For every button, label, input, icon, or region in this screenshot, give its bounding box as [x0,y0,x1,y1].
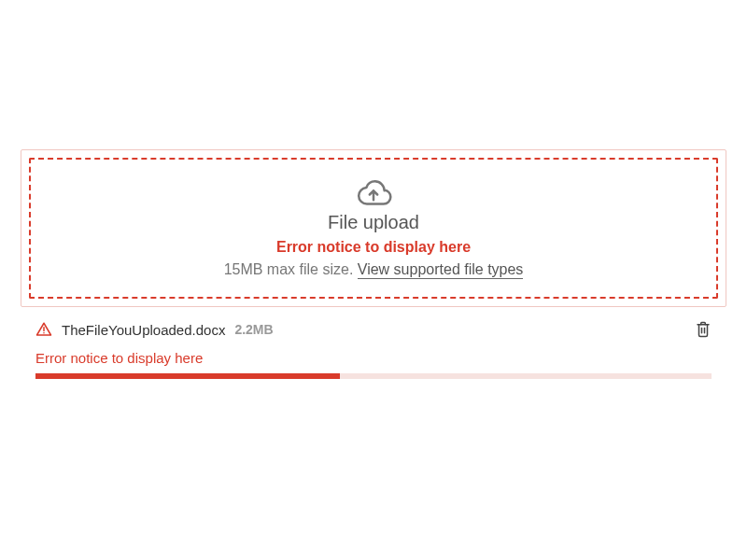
cloud-upload-icon [40,178,707,206]
upload-progress-fill [35,373,340,379]
uploaded-file-row: TheFileYouUploaded.docx 2.2MB Error noti… [21,320,726,379]
upload-component: File upload Error notice to display here… [21,149,726,307]
svg-point-1 [43,332,45,334]
file-name: TheFileYouUploaded.docx [62,322,225,338]
upload-hint: 15MB max file size. View supported file … [40,261,707,278]
alert-triangle-icon [35,321,52,338]
file-dropzone[interactable]: File upload Error notice to display here… [29,158,718,299]
file-error-message: Error notice to display here [35,350,712,366]
file-header: TheFileYouUploaded.docx 2.2MB [35,320,712,339]
upload-progress-bar [35,373,712,379]
file-size: 2.2MB [234,322,273,337]
upload-hint-text: 15MB max file size. [224,261,358,277]
upload-error-message: Error notice to display here [40,239,707,256]
supported-types-link[interactable]: View supported file types [358,261,524,279]
upload-title: File upload [40,212,707,233]
delete-file-button[interactable] [695,320,712,339]
